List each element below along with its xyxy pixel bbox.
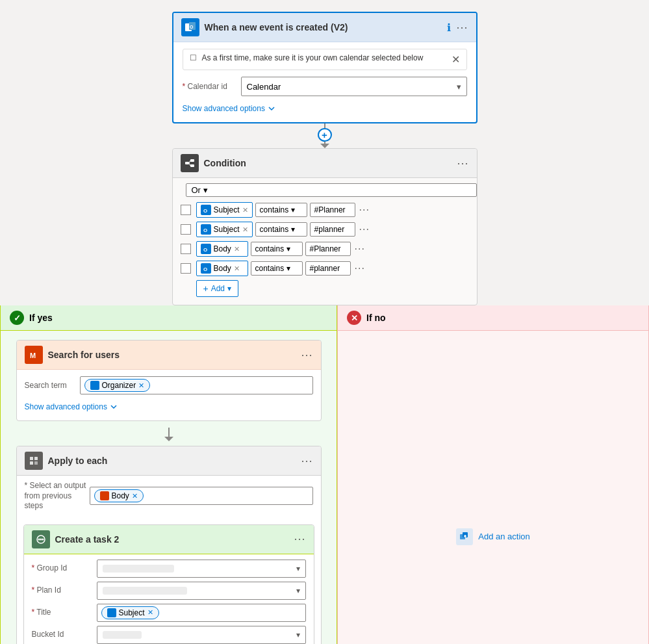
add-step-icon[interactable]: + bbox=[318, 128, 332, 142]
cond-value-3[interactable]: #Planner bbox=[305, 242, 351, 256]
branch-no-content: Add an action bbox=[338, 331, 648, 644]
plus-icon: + bbox=[203, 283, 209, 294]
info-icon[interactable]: ℹ bbox=[447, 21, 451, 34]
subject-tag-remove[interactable]: ✕ bbox=[147, 608, 153, 617]
branch-yes-content: M Search for users ··· Search term Organ… bbox=[1, 331, 337, 644]
office-icon: M bbox=[25, 346, 43, 364]
add-condition-button[interactable]: + Add ▾ bbox=[196, 280, 239, 297]
cond-op-label-1: contains bbox=[260, 205, 289, 214]
outlook-icon: O bbox=[181, 18, 199, 36]
cond-dots-2[interactable]: ··· bbox=[359, 224, 370, 235]
svg-rect-14 bbox=[34, 457, 38, 460]
task-title-input[interactable]: Subject ✕ bbox=[97, 604, 306, 622]
or-dropdown[interactable]: Or ▾ bbox=[186, 183, 477, 197]
cond-remove-2[interactable]: ✕ bbox=[242, 225, 248, 234]
cond-value-1[interactable]: #Planner bbox=[310, 203, 355, 217]
calendar-dropdown[interactable]: Calendar ▾ bbox=[241, 77, 467, 96]
group-id-dropdown-arrow: ▾ bbox=[296, 564, 300, 573]
search-users-more-icon[interactable]: ··· bbox=[301, 348, 312, 362]
show-advanced-search-label: Show advanced options bbox=[25, 402, 107, 411]
add-chevron-icon: ▾ bbox=[227, 284, 231, 293]
task-plan-id-row: Plan Id ▾ bbox=[24, 582, 314, 600]
cond-field-4: O Body ✕ bbox=[196, 261, 248, 276]
svg-text:M: M bbox=[30, 352, 36, 359]
svg-rect-3 bbox=[185, 162, 189, 164]
cond-value-2[interactable]: #planner bbox=[310, 222, 355, 237]
svg-line-7 bbox=[189, 163, 190, 166]
notice-close-icon[interactable]: ✕ bbox=[452, 53, 460, 66]
svg-rect-4 bbox=[190, 159, 194, 162]
create-task-more-icon[interactable]: ··· bbox=[294, 532, 305, 546]
cond-dots-3[interactable]: ··· bbox=[355, 243, 365, 255]
task-bucket-id-input[interactable]: ▾ bbox=[97, 626, 306, 644]
apply-output-row: * Select an outputfrom previous steps Bo… bbox=[25, 481, 313, 511]
task-group-id-input[interactable]: ▾ bbox=[97, 560, 306, 578]
trigger-body: ☐ As a first time, make sure it is your … bbox=[173, 42, 476, 122]
branch-yes-label: ✓ If yes bbox=[1, 305, 337, 331]
svg-text:O: O bbox=[203, 266, 207, 272]
cond-remove-3[interactable]: ✕ bbox=[234, 245, 240, 253]
svg-text:O: O bbox=[203, 247, 207, 252]
cond-check-4[interactable] bbox=[181, 263, 191, 274]
outlook-token-icon-4: O bbox=[201, 263, 211, 274]
cond-dots-1[interactable]: ··· bbox=[359, 204, 370, 216]
svg-line-6 bbox=[189, 161, 190, 163]
outlook-token-icon: O bbox=[201, 205, 211, 215]
condition-more-icon[interactable]: ··· bbox=[457, 157, 468, 170]
organizer-tag-remove[interactable]: ✕ bbox=[138, 381, 144, 390]
svg-point-19 bbox=[40, 538, 42, 540]
subject-tag-label: Subject bbox=[119, 608, 145, 617]
trigger-more-icon[interactable]: ··· bbox=[456, 21, 468, 34]
apply-each-header: Apply to each ··· bbox=[17, 446, 321, 476]
svg-rect-5 bbox=[190, 164, 194, 167]
subject-tag-icon bbox=[107, 608, 116, 617]
cond-remove-4[interactable]: ✕ bbox=[234, 264, 240, 273]
branch-no: ✕ If no Add an action bbox=[337, 305, 649, 644]
bucket-id-dropdown-arrow: ▾ bbox=[296, 630, 300, 639]
create-task-body: Group Id ▾ Plan Id bbox=[24, 554, 314, 644]
search-term-input[interactable]: Organizer ✕ bbox=[80, 376, 313, 394]
condition-row-2: O Subject ✕ contains ▾ #planner ··· bbox=[181, 222, 469, 237]
cond-check-1[interactable] bbox=[181, 205, 191, 215]
show-advanced-trigger[interactable]: Show advanced options bbox=[183, 101, 467, 116]
cond-check-3[interactable] bbox=[181, 244, 191, 254]
cond-field-label-3: Body bbox=[214, 244, 231, 253]
cond-operator-4[interactable]: contains ▾ bbox=[251, 261, 303, 276]
cond-op-chevron-4: ▾ bbox=[286, 264, 290, 273]
or-label: Or bbox=[192, 185, 201, 195]
cond-check-2[interactable] bbox=[181, 224, 191, 235]
branch-yes: ✓ If yes M Search for users ··· Sea bbox=[0, 305, 337, 644]
apply-each-block: Apply to each ··· * Select an outputfrom… bbox=[16, 446, 322, 644]
body-tag-remove[interactable]: ✕ bbox=[132, 492, 138, 500]
cond-field-label-4: Body bbox=[214, 264, 231, 273]
outlook-token-icon-3: O bbox=[201, 244, 211, 254]
task-plan-id-input[interactable]: ▾ bbox=[97, 582, 306, 600]
apply-icon bbox=[25, 452, 43, 470]
condition-title: Condition bbox=[204, 158, 457, 168]
cond-operator-2[interactable]: contains ▾ bbox=[255, 222, 307, 237]
cond-dots-4[interactable]: ··· bbox=[355, 263, 365, 274]
apply-output-input[interactable]: Body ✕ bbox=[90, 487, 313, 505]
cond-op-chevron-3: ▾ bbox=[286, 244, 290, 253]
add-action-button[interactable]: Add an action bbox=[450, 522, 537, 552]
chevron-down-icon-2 bbox=[110, 403, 118, 411]
subject-tag: Subject ✕ bbox=[101, 606, 159, 619]
calendar-value: Calendar bbox=[247, 82, 281, 92]
task-group-id-row: Group Id ▾ bbox=[24, 560, 314, 578]
calendar-field-row: Calendar id Calendar ▾ bbox=[183, 77, 467, 96]
cond-value-4[interactable]: #planner bbox=[305, 261, 351, 276]
search-term-row: Search term Organizer ✕ bbox=[25, 376, 313, 394]
svg-point-20 bbox=[42, 538, 44, 540]
body-tag: Body ✕ bbox=[94, 489, 144, 502]
cond-operator-3[interactable]: contains ▾ bbox=[251, 242, 303, 256]
add-action-icon bbox=[456, 528, 473, 545]
cond-remove-1[interactable]: ✕ bbox=[242, 206, 248, 214]
branch-no-label: ✕ If no bbox=[338, 305, 648, 331]
organizer-tag: Organizer ✕ bbox=[84, 379, 151, 392]
show-advanced-search[interactable]: Show advanced options bbox=[25, 400, 313, 414]
apply-each-more-icon[interactable]: ··· bbox=[301, 454, 312, 468]
cond-operator-1[interactable]: contains ▾ bbox=[255, 203, 307, 217]
trigger-header: O When a new event is created (V2) ℹ ··· bbox=[173, 13, 476, 42]
bucket-id-blurred bbox=[103, 631, 142, 639]
condition-header: Condition ··· bbox=[173, 149, 477, 178]
